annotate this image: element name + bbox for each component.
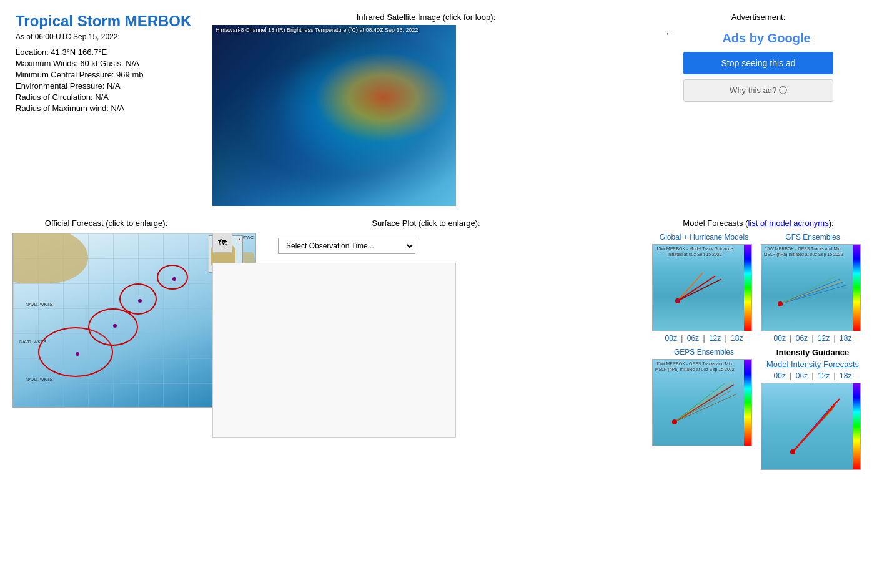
surface-plot-area bbox=[212, 263, 456, 438]
navp-nrts-label: NAVD. WKTS. bbox=[26, 302, 54, 306]
global-sep-1: | bbox=[681, 334, 683, 343]
gfs-time-links: 00z | 06z | 12z | 18z bbox=[761, 334, 865, 343]
gfs-00z-link[interactable]: 00z bbox=[774, 334, 786, 343]
gfs-model-image[interactable]: 15W MERBOK - GEFS Tracks and Min. MSLP (… bbox=[761, 244, 861, 331]
global-time-links: 00z | 06z | 12z | 18z bbox=[652, 334, 756, 343]
surface-icon-box: 🗺 bbox=[212, 233, 232, 253]
gfs-ensemble-item: GFS Ensembles 15W MERBOK - GEFS Tracks a… bbox=[761, 233, 865, 343]
satellite-caption: Himawari-8 Channel 13 (IR) Brightness Te… bbox=[216, 27, 419, 33]
official-forecast-section: Official Forecast (click to enlarge): NA… bbox=[6, 212, 206, 476]
global-hurricane-title: Global + Hurricane Models bbox=[652, 233, 756, 242]
model-forecasts-title-end: ): bbox=[829, 218, 834, 228]
stop-seeing-button[interactable]: Stop seeing this ad bbox=[683, 52, 833, 74]
intensity-time-links: 00z | 06z | 12z | 18z bbox=[761, 371, 865, 380]
global-sep-2: | bbox=[703, 334, 705, 343]
svg-point-27 bbox=[790, 449, 795, 454]
storm-radius-circ: Radius of Circulation: N/A bbox=[16, 92, 197, 102]
intensity-18z-link[interactable]: 18z bbox=[840, 371, 851, 380]
surface-plot-title: Surface Plot (click to enlarge): bbox=[212, 218, 640, 228]
ad-back-arrow[interactable]: ← bbox=[665, 28, 675, 39]
geps-model-image[interactable]: 15W MERBOK - GEPS Tracks and Min. MSLP (… bbox=[652, 359, 752, 446]
storm-info-panel: Tropical Storm MERBOK As of 06:00 UTC Se… bbox=[6, 6, 206, 212]
svg-line-26 bbox=[793, 399, 840, 452]
satellite-title: Infrared Satellite Image (click for loop… bbox=[212, 12, 640, 22]
storm-details: Location: 41.3°N 166.7°E Maximum Winds: … bbox=[16, 47, 197, 113]
navd-nrts-label2: NAVD. WKTS. bbox=[19, 340, 47, 344]
intensity-chart-svg bbox=[761, 383, 854, 469]
intensity-sep-2: | bbox=[811, 371, 813, 380]
surface-plot-empty bbox=[333, 346, 335, 355]
global-12z-link[interactable]: 12z bbox=[709, 334, 721, 343]
storm-pressure: Minimum Central Pressure: 969 mb bbox=[16, 70, 197, 79]
storm-title: Tropical Storm MERBOK bbox=[16, 12, 197, 30]
track-dot-4 bbox=[172, 277, 176, 281]
navd-nrts-label3: NAVD. WKTS. bbox=[26, 377, 54, 381]
global-00z-link[interactable]: 00z bbox=[665, 334, 677, 343]
gfs-06z-link[interactable]: 06z bbox=[796, 334, 808, 343]
global-18z-link[interactable]: 18z bbox=[731, 334, 743, 343]
global-track-svg bbox=[653, 245, 745, 331]
intensity-12z-link[interactable]: 12z bbox=[818, 371, 830, 380]
model-acronyms-link[interactable]: list of model acronyms bbox=[748, 218, 828, 228]
ads-by-google: Ads by Google bbox=[658, 31, 858, 46]
svg-point-10 bbox=[778, 301, 783, 306]
intensity-06z-link[interactable]: 06z bbox=[796, 371, 808, 380]
official-forecast-title: Official Forecast (click to enlarge): bbox=[12, 218, 200, 228]
gfs-12z-link[interactable]: 12z bbox=[818, 334, 830, 343]
svg-line-14 bbox=[675, 388, 728, 422]
svg-line-6 bbox=[780, 279, 840, 304]
svg-line-7 bbox=[780, 285, 846, 304]
model-forecasts-title-start: Model Forecasts ( bbox=[683, 218, 748, 228]
intensity-model-image[interactable] bbox=[761, 383, 861, 470]
intensity-guidance-title: Intensity Guidance bbox=[761, 348, 865, 357]
intensity-guidance-item: Intensity Guidance Model Intensity Forec… bbox=[761, 348, 865, 470]
gfs-title: GFS Ensembles bbox=[761, 233, 865, 242]
observation-time-select[interactable]: Select Observation Time... bbox=[278, 238, 415, 254]
svg-point-17 bbox=[672, 419, 677, 424]
storm-winds: Maximum Winds: 60 kt Gusts: N/A bbox=[16, 59, 197, 68]
satellite-section: Infrared Satellite Image (click for loop… bbox=[206, 6, 646, 212]
model-grid: Global + Hurricane Models 15W MERBOK - M… bbox=[652, 233, 865, 470]
track-dot-1 bbox=[76, 352, 79, 356]
storm-radius-max: Radius of Maximum wind: N/A bbox=[16, 104, 197, 113]
surface-plot-section: Surface Plot (click to enlarge): 🗺 Selec… bbox=[206, 212, 646, 476]
geps-ensemble-item: GEPS Ensembles 15W MERBOK - GEPS Tracks … bbox=[652, 348, 756, 470]
gfs-track-svg bbox=[761, 245, 854, 331]
surface-plot-container: 🗺 Select Observation Time... bbox=[212, 233, 456, 438]
intensity-sep-3: | bbox=[834, 371, 836, 380]
svg-line-8 bbox=[780, 276, 836, 304]
gfs-sep-1: | bbox=[790, 334, 791, 343]
why-this-ad-button[interactable]: Why this ad? ⓘ bbox=[683, 79, 833, 102]
gfs-sep-3: | bbox=[834, 334, 836, 343]
global-sep-3: | bbox=[725, 334, 727, 343]
track-dot-2 bbox=[113, 324, 117, 328]
track-dot-3 bbox=[138, 299, 142, 303]
intensity-sep-1: | bbox=[790, 371, 791, 380]
global-hurricane-model-item: Global + Hurricane Models 15W MERBOK - M… bbox=[652, 233, 756, 343]
satellite-image[interactable]: Himawari-8 Channel 13 (IR) Brightness Te… bbox=[212, 25, 456, 206]
storm-env-pressure: Environmental Pressure: N/A bbox=[16, 81, 197, 91]
intensity-00z-link[interactable]: 00z bbox=[774, 371, 786, 380]
svg-line-2 bbox=[678, 279, 721, 301]
ads-by-text: Ads by bbox=[722, 31, 764, 45]
svg-line-9 bbox=[780, 281, 841, 304]
gfs-sep-2: | bbox=[811, 334, 813, 343]
ad-title: Advertisement: bbox=[658, 12, 858, 22]
geps-track-svg bbox=[653, 360, 745, 446]
geps-title: GEPS Ensembles bbox=[652, 348, 756, 356]
google-text: Google bbox=[768, 31, 811, 45]
storm-time: As of 06:00 UTC Sep 15, 2022: bbox=[16, 32, 197, 41]
svg-line-12 bbox=[675, 391, 731, 422]
storm-location: Location: 41.3°N 166.7°E bbox=[16, 47, 197, 57]
intensity-forecasts-link[interactable]: Model Intensity Forecasts bbox=[761, 360, 865, 369]
svg-point-4 bbox=[676, 300, 679, 302]
advertisement-section: Advertisement: ← Ads by Google Stop seei… bbox=[646, 6, 871, 212]
svg-line-15 bbox=[675, 381, 733, 422]
model-forecasts-section: Model Forecasts (list of model acronyms)… bbox=[646, 212, 871, 476]
model-forecasts-header: Model Forecasts (list of model acronyms)… bbox=[652, 218, 865, 228]
global-06z-link[interactable]: 06z bbox=[687, 334, 699, 343]
gfs-18z-link[interactable]: 18z bbox=[840, 334, 851, 343]
surface-icon: 🗺 bbox=[218, 238, 227, 248]
global-model-image[interactable]: 15W MERBOK - Model Track Guidance Initia… bbox=[652, 244, 752, 331]
land-mass-alaska bbox=[12, 233, 88, 283]
